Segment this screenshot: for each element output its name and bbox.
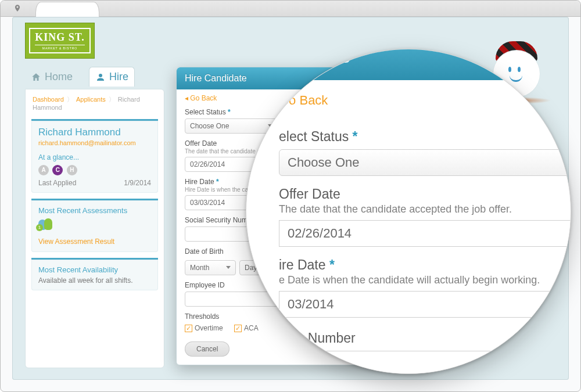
- last-applied-date: 1/9/2014: [124, 179, 151, 187]
- go-back-link[interactable]: Go Back: [185, 94, 217, 102]
- person-icon: [95, 72, 106, 82]
- browser-frame: KING ST. MARKET & BISTRO Home Hire Dashb…: [0, 0, 581, 392]
- home-icon: [31, 72, 41, 82]
- dob-month-select[interactable]: Month: [185, 260, 236, 275]
- chevron-down-icon: [226, 266, 231, 269]
- logo-title: KING ST.: [35, 31, 85, 44]
- applicant-email[interactable]: richard.hammond@mailinator.com: [38, 139, 151, 146]
- zoom-status-select: Choose One: [279, 149, 571, 176]
- nav-home-label: Home: [45, 71, 73, 83]
- zoom-lens: idate Go Back elect Status Choose One Of…: [246, 49, 571, 374]
- company-logo: KING ST. MARKET & BISTRO: [25, 23, 95, 59]
- assessment-badge-icon: 1: [38, 218, 56, 232]
- status-badges: A C H: [38, 164, 151, 175]
- crumb-applicants[interactable]: Applicants: [76, 96, 106, 103]
- glance-label: At a glance...: [38, 153, 151, 161]
- nav-hire[interactable]: Hire: [89, 67, 135, 87]
- assessments-card: Most Recent Assessments 1 View Assessmen…: [31, 199, 158, 252]
- status-select[interactable]: Choose One: [185, 118, 278, 134]
- aca-checkbox[interactable]: ✓ ACA: [234, 324, 259, 332]
- main-nav: Home Hire: [25, 67, 135, 87]
- applicant-name: Richard Hammond: [38, 127, 151, 138]
- left-panel: Dashboard 〉 Applicants 〉 Richard Hammond…: [25, 89, 164, 368]
- status-value: Choose One: [190, 122, 229, 130]
- availability-text: Available all week for all shifts.: [38, 276, 151, 285]
- app-shell: KING ST. MARKET & BISTRO Home Hire Dashb…: [12, 17, 569, 380]
- badge-c: C: [52, 165, 63, 175]
- availability-card: Most Recent Availability Available all w…: [31, 258, 158, 290]
- zoom-offer-hint: The date that the candidate accepted the…: [279, 203, 571, 215]
- assessments-title: Most Recent Assessments: [38, 206, 151, 215]
- browser-tab[interactable]: [35, 2, 99, 17]
- zoom-offer-input: 02/26/2014: [279, 220, 571, 247]
- cancel-button[interactable]: Cancel: [185, 341, 229, 357]
- zoom-offer-label: Offer Date: [279, 186, 571, 202]
- crumb-dashboard[interactable]: Dashboard: [33, 96, 64, 103]
- browser-tabbar: [1, 1, 580, 17]
- zoom-hire-label: ire Date: [279, 257, 571, 273]
- breadcrumb: Dashboard 〉 Applicants 〉 Richard Hammond: [26, 95, 164, 116]
- pin-icon: [13, 4, 21, 12]
- zoom-status-label: elect Status: [279, 129, 571, 145]
- check-icon: ✓: [185, 325, 192, 332]
- zoom-hire-input: 03/2014: [279, 291, 571, 318]
- zoom-hire-hint: e Date is when the candidate will actual…: [279, 274, 571, 286]
- availability-title: Most Recent Availability: [38, 265, 151, 274]
- view-assessment-link[interactable]: View Assessment Result: [38, 238, 114, 246]
- badge-a: A: [38, 165, 49, 175]
- nav-home[interactable]: Home: [25, 67, 78, 87]
- zoom-ssn-label: urity Number: [279, 330, 571, 346]
- overtime-checkbox[interactable]: ✓ Overtime: [185, 324, 223, 332]
- nav-hire-label: Hire: [109, 71, 128, 83]
- check-icon: ✓: [234, 325, 242, 332]
- dob-month-value: Month: [190, 264, 209, 272]
- badge-h: H: [67, 165, 77, 175]
- applicant-card: Richard Hammond richard.hammond@mailinat…: [31, 119, 158, 193]
- last-applied-label: Last Applied: [38, 179, 76, 187]
- aca-label: ACA: [244, 324, 259, 332]
- overtime-label: Overtime: [195, 324, 223, 332]
- logo-subtitle: MARKET & BISTRO: [35, 45, 85, 50]
